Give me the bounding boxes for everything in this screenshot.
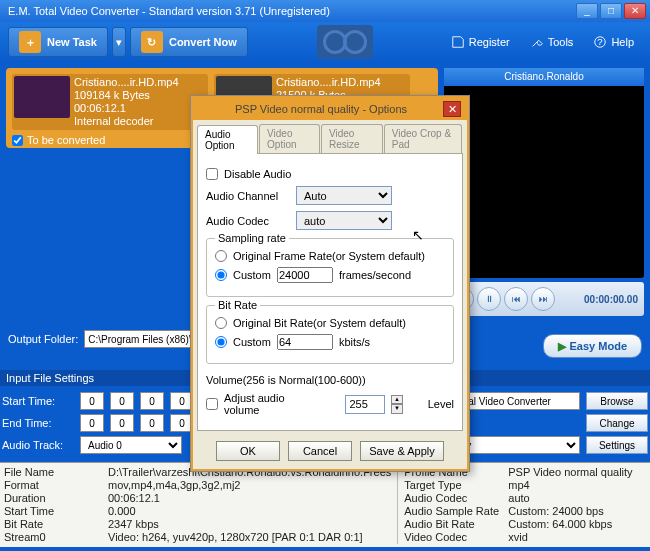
custom-bitrate-radio[interactable] bbox=[215, 336, 227, 348]
info-row: Formatmov,mp4,m4a,3gp,3g2,mj2 bbox=[4, 479, 391, 492]
audio-channel-label: Audio Channel bbox=[206, 190, 290, 202]
preview-title: Cristiano.Ronaldo bbox=[444, 68, 644, 86]
preview-panel: Cristiano.Ronaldo bbox=[444, 68, 644, 278]
queue-item[interactable]: Cristiano....ir.HD.mp4 109184 k Bytes 00… bbox=[12, 74, 208, 130]
info-row: Start Time0.000 bbox=[4, 505, 391, 518]
custom-label: Custom bbox=[233, 336, 271, 348]
file-info-panel: File NameD:\Trailer\varzeshi\Cristiano.R… bbox=[0, 462, 650, 547]
volume-input[interactable] bbox=[345, 395, 385, 414]
audio-track-label: Audio Track: bbox=[2, 439, 74, 451]
window-titlebar: E.M. Total Video Converter - Standard ve… bbox=[0, 0, 650, 22]
pause-button[interactable]: ⏸ bbox=[477, 287, 501, 311]
dialog-tabs: Audio Option Video Option Video Resize V… bbox=[193, 120, 467, 153]
audio-track-select[interactable]: Audio 0 bbox=[80, 436, 182, 454]
help-link[interactable]: ? Help bbox=[585, 35, 642, 49]
original-framerate-label: Original Frame Rate(or System default) bbox=[233, 250, 425, 262]
easy-mode-button[interactable]: ▶ Easy Mode bbox=[543, 334, 642, 358]
options-dialog: PSP Video normal quality - Options ✕ Aud… bbox=[190, 95, 470, 472]
queue-duration: 00:06:12.1 bbox=[74, 102, 179, 115]
to-be-converted-label: To be converted bbox=[27, 134, 105, 146]
window-title: E.M. Total Video Converter - Standard ve… bbox=[4, 5, 576, 17]
convert-now-label: Convert Now bbox=[169, 36, 237, 48]
ok-button[interactable]: OK bbox=[216, 441, 280, 461]
queue-decoder: Internal decoder bbox=[74, 115, 179, 128]
sample-unit: frames/second bbox=[339, 269, 411, 281]
maximize-button[interactable]: □ bbox=[600, 3, 622, 19]
audio-codec-label: Audio Codec bbox=[206, 215, 290, 227]
audio-codec-select[interactable]: auto bbox=[296, 211, 392, 230]
svg-text:?: ? bbox=[598, 36, 603, 47]
tools-link[interactable]: Tools bbox=[522, 35, 582, 49]
volume-note: Volume(256 is Normal(100-600)) bbox=[206, 374, 454, 386]
original-bitrate-label: Original Bit Rate(or System default) bbox=[233, 317, 406, 329]
level-label: Level bbox=[428, 398, 454, 410]
convert-icon: ↻ bbox=[141, 31, 163, 53]
original-framerate-radio[interactable] bbox=[215, 250, 227, 262]
prev-button[interactable]: ⏮ bbox=[504, 287, 528, 311]
minimize-button[interactable]: _ bbox=[576, 3, 598, 19]
custom-framerate-radio[interactable] bbox=[215, 269, 227, 281]
bitrate-input[interactable] bbox=[277, 334, 333, 350]
tools-icon bbox=[530, 35, 544, 49]
reel-logo bbox=[317, 25, 373, 59]
bitrate-unit: kbits/s bbox=[339, 336, 370, 348]
original-bitrate-radio[interactable] bbox=[215, 317, 227, 329]
adjust-volume-label: Adjust audio volume bbox=[224, 392, 317, 416]
sampling-rate-group: Sampling rate Original Frame Rate(or Sys… bbox=[206, 238, 454, 297]
next-button[interactable]: ⏭ bbox=[531, 287, 555, 311]
info-row: Stream0Video: h264, yuv420p, 1280x720 [P… bbox=[4, 531, 391, 544]
start-s[interactable] bbox=[140, 392, 164, 410]
register-icon bbox=[451, 35, 465, 49]
tab-video-option[interactable]: Video Option bbox=[259, 124, 320, 153]
dialog-title: PSP Video normal quality - Options bbox=[199, 103, 443, 115]
info-row: Duration00:06:12.1 bbox=[4, 492, 391, 505]
tab-video-crop[interactable]: Video Crop & Pad bbox=[384, 124, 462, 153]
settings-button[interactable]: Settings bbox=[586, 436, 648, 454]
dialog-titlebar: PSP Video normal quality - Options ✕ bbox=[193, 98, 467, 120]
main-toolbar: ＋ New Task ▾ ↻ Convert Now Register Tool… bbox=[0, 22, 650, 62]
change-button[interactable]: Change bbox=[586, 414, 648, 432]
sampling-legend: Sampling rate bbox=[215, 232, 289, 244]
new-task-button[interactable]: ＋ New Task bbox=[8, 27, 108, 57]
custom-label: Custom bbox=[233, 269, 271, 281]
end-s[interactable] bbox=[140, 414, 164, 432]
disable-audio-label: Disable Audio bbox=[224, 168, 291, 180]
help-icon: ? bbox=[593, 35, 607, 49]
info-row: Target Typemp4 bbox=[404, 479, 646, 492]
info-row: Audio Bit RateCustom: 64.000 kbps bbox=[404, 518, 646, 531]
convert-now-button[interactable]: ↻ Convert Now bbox=[130, 27, 248, 57]
end-m[interactable] bbox=[110, 414, 134, 432]
bitrate-legend: Bit Rate bbox=[215, 299, 260, 311]
close-button[interactable]: ✕ bbox=[624, 3, 646, 19]
easy-mode-icon: ▶ bbox=[558, 340, 566, 353]
info-row: Video Codecxvid bbox=[404, 531, 646, 544]
new-task-label: New Task bbox=[47, 36, 97, 48]
adjust-volume-checkbox[interactable] bbox=[206, 398, 218, 410]
audio-channel-select[interactable]: Auto bbox=[296, 186, 392, 205]
to-be-converted-checkbox[interactable] bbox=[12, 135, 23, 146]
video-thumbnail bbox=[14, 76, 70, 118]
bitrate-group: Bit Rate Original Bit Rate(or System def… bbox=[206, 305, 454, 364]
disable-audio-checkbox[interactable] bbox=[206, 168, 218, 180]
queue-filename: Cristiano....ir.HD.mp4 bbox=[74, 76, 179, 89]
new-task-dropdown[interactable]: ▾ bbox=[112, 27, 126, 57]
volume-spinner[interactable]: ▲▼ bbox=[391, 395, 402, 414]
info-row: Audio Codecauto bbox=[404, 492, 646, 505]
register-link[interactable]: Register bbox=[443, 35, 518, 49]
start-m[interactable] bbox=[110, 392, 134, 410]
tab-video-resize[interactable]: Video Resize bbox=[321, 124, 383, 153]
new-task-icon: ＋ bbox=[19, 31, 41, 53]
save-apply-button[interactable]: Save & Apply bbox=[360, 441, 444, 461]
browse-button[interactable]: Browse bbox=[586, 392, 648, 410]
dialog-close-button[interactable]: ✕ bbox=[443, 101, 461, 117]
info-row: Bit Rate2347 kbps bbox=[4, 518, 391, 531]
playback-time: 00:00:00.00 bbox=[584, 294, 638, 305]
output-folder-label: Output Folder: bbox=[8, 333, 78, 345]
sample-rate-input[interactable] bbox=[277, 267, 333, 283]
tab-audio-option[interactable]: Audio Option bbox=[197, 125, 258, 154]
playback-controls: ▶ ⏸ ⏮ ⏭ 00:00:00.00 bbox=[444, 282, 644, 316]
start-h[interactable] bbox=[80, 392, 104, 410]
end-h[interactable] bbox=[80, 414, 104, 432]
cancel-button[interactable]: Cancel bbox=[288, 441, 352, 461]
end-time-label: End Time: bbox=[2, 417, 74, 429]
